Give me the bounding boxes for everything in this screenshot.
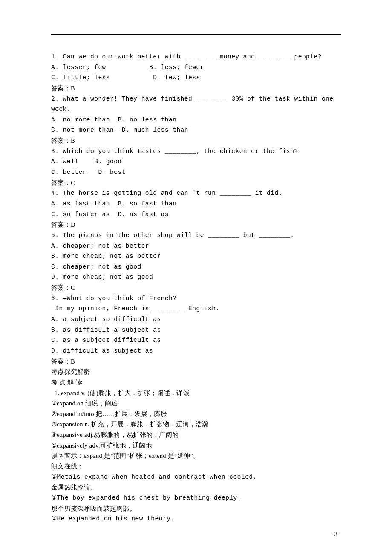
q2-answer: 答案：B bbox=[51, 136, 341, 146]
expand-p2: ②expand in/into 把……扩展，发展，膨胀 bbox=[51, 409, 341, 419]
expand-p5: ⑤expansively adv.可扩张地，辽阔地 bbox=[51, 440, 341, 451]
q2-stem: 2. What a wonder! They have finished ___… bbox=[51, 94, 341, 115]
expand-p1: ①expand on 细说，阐述 bbox=[51, 398, 341, 409]
expand-ex1-en: ①Metals expand when heated and contract … bbox=[51, 472, 341, 483]
q1-answer: 答案：B bbox=[51, 83, 341, 94]
q3-opts-ab: A. well B. good bbox=[51, 156, 341, 167]
expand-longman-label: 朗文在线： bbox=[51, 461, 341, 472]
q5-opt-b: B. more cheap; not as better bbox=[51, 251, 341, 262]
q1-opts-cd: C. little; less D. few; less bbox=[51, 72, 341, 83]
q6-stem1: 6. —What do you think of French? bbox=[51, 293, 341, 304]
section-subtitle: 考 点 解 读 bbox=[51, 377, 341, 388]
q3-answer: 答案：C bbox=[51, 178, 341, 188]
q6-opt-b: B. as difficult a subject as bbox=[51, 325, 341, 335]
q5-opt-c: C. cheaper; not as good bbox=[51, 262, 341, 272]
expand-ex3-en: ③He expanded on his new theory. bbox=[51, 514, 341, 524]
q5-answer: 答案：C bbox=[51, 283, 341, 293]
q2-opts-cd: C. not more than D. much less than bbox=[51, 125, 341, 136]
expand-ex2-en: ②The boy expanded his chest by breathing… bbox=[51, 493, 341, 503]
q6-opt-c: C. as a subject difficult as bbox=[51, 335, 341, 346]
section-title: 考点探究解密 bbox=[51, 367, 341, 377]
q6-opt-d: D. difficult as subject as bbox=[51, 346, 341, 356]
q4-answer: 答案：D bbox=[51, 220, 341, 230]
q5-opt-a: A. cheaper; not as better bbox=[51, 241, 341, 251]
q1-stem: 1. Can we do our work better with ______… bbox=[51, 52, 341, 62]
q5-opt-d: D. more cheap; not as good bbox=[51, 272, 341, 283]
expand-p4: ④expansive adj.易膨胀的，易扩张的，广阔的 bbox=[51, 430, 341, 440]
q4-opts-ab: A. as fast than B. so fast than bbox=[51, 199, 341, 209]
q6-answer: 答案：B bbox=[51, 356, 341, 367]
expand-head: 1. expand v. (使)膨胀，扩大，扩张；阐述，详谈 bbox=[51, 388, 341, 399]
expand-ex2-cn: 那个男孩深呼吸而鼓起胸部。 bbox=[51, 503, 341, 514]
expand-p3: ③expansion n. 扩充，开展，膨胀，扩张物，辽阔，浩瀚 bbox=[51, 419, 341, 430]
header-divider bbox=[51, 34, 341, 35]
q6-stem2: —In my opinion, French is ________ Engli… bbox=[51, 304, 341, 314]
q1-opts-ab: A. lesser; few B. less; fewer bbox=[51, 62, 341, 73]
expand-warning: 误区警示：expand 是“范围”扩张；extend 是“延伸”。 bbox=[51, 451, 341, 461]
expand-ex1-cn: 金属热胀冷缩。 bbox=[51, 482, 341, 493]
q5-stem: 5. The pianos in the other shop will be … bbox=[51, 230, 341, 241]
q3-opts-cd: C. better D. best bbox=[51, 167, 341, 178]
page-number: - 3 - bbox=[331, 531, 341, 538]
q4-stem: 4. The horse is getting old and can 't r… bbox=[51, 188, 341, 199]
document-body: 1. Can we do our work better with ______… bbox=[51, 52, 341, 524]
q2-opts-ab: A. no more than B. no less than bbox=[51, 115, 341, 125]
q3-stem: 3. Which do you think tastes ________, t… bbox=[51, 146, 341, 157]
q6-opt-a: A. a subject so difficult as bbox=[51, 314, 341, 325]
q4-opts-cd: C. so faster as D. as fast as bbox=[51, 209, 341, 220]
